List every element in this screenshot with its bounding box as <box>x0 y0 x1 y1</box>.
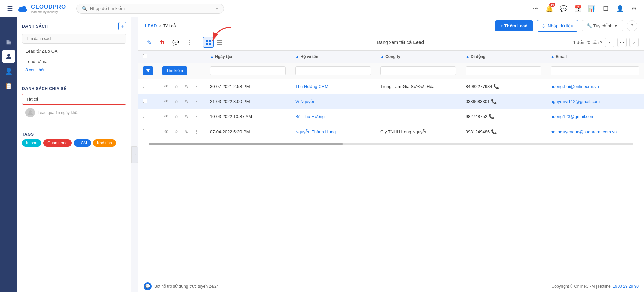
row4-name[interactable]: Nguyễn Thành Hưng <box>295 129 336 134</box>
search-name-input[interactable] <box>295 66 371 75</box>
add-lead-button[interactable]: + Thêm Lead <box>495 20 534 31</box>
page-prev-button[interactable]: ‹ <box>605 38 614 47</box>
row3-checkbox[interactable] <box>143 114 147 118</box>
row4-view-icon[interactable]: 👁 <box>162 128 170 136</box>
breadcrumb: LEAD > Tất cả <box>145 23 176 28</box>
row2-view-icon[interactable]: 👁 <box>162 97 170 105</box>
pagination-label: 1 đến 20 của ? <box>573 40 602 45</box>
search-input[interactable] <box>90 6 212 11</box>
tasks-icon[interactable]: ☐ <box>601 4 610 13</box>
see-more-link[interactable]: 3 xem thêm <box>22 68 126 72</box>
more-icon[interactable]: ⋮ <box>184 37 195 48</box>
filter-svg <box>146 68 150 73</box>
chat-icon[interactable]: 💬 <box>559 4 568 13</box>
search-check-cell <box>138 63 158 79</box>
search-dropdown-icon[interactable]: ▼ <box>215 6 219 11</box>
tag-kho-tinh[interactable]: Khó tính <box>93 139 116 147</box>
row1-view-icon[interactable]: 👁 <box>162 82 170 90</box>
search-phone-input[interactable] <box>466 66 541 75</box>
col-date-label: Ngày tạo <box>215 54 232 59</box>
add-icon[interactable]: ⤳ <box>531 4 540 13</box>
toolbar: ✎ 🗑 💬 ⋮ <box>138 34 644 51</box>
search-list-input[interactable] <box>22 34 126 44</box>
row1-checkbox[interactable] <box>143 84 147 88</box>
tag-import[interactable]: import <box>22 139 41 147</box>
row1-edit-icon[interactable]: ✎ <box>182 82 191 90</box>
import-button[interactable]: ⇩ Nhập dữ liệu <box>537 20 578 32</box>
row1-star-icon[interactable]: ☆ <box>172 82 180 90</box>
scroll-bar[interactable] <box>138 139 644 149</box>
tag-quan-trong[interactable]: Quan trọng <box>43 139 71 147</box>
row3-email[interactable]: huong123@gmail.com <box>551 114 594 119</box>
messenger-icon: 💬 <box>144 282 152 290</box>
settings-icon[interactable]: ⚙ <box>629 4 639 13</box>
row3-view-icon[interactable]: 👁 <box>162 112 170 120</box>
row2-phone-icon: 📞 <box>491 99 497 104</box>
row2-more-icon[interactable]: ⋮ <box>193 97 201 105</box>
row4-email[interactable]: hai.nguyenduc@sugarcrm.com.vn <box>551 129 617 134</box>
search-button[interactable]: Tìm kiếm <box>162 66 187 75</box>
customize-button[interactable]: 🔧 Tùy chỉnh ▼ <box>582 20 623 31</box>
row4-more-icon[interactable]: ⋮ <box>193 128 201 136</box>
row1-email[interactable]: huong.bui@onlinecrm.vn <box>551 84 599 89</box>
shared-item-menu-icon[interactable]: ⋮ <box>117 96 123 102</box>
row2-edit-icon[interactable]: ✎ <box>182 97 191 105</box>
search-company-input[interactable] <box>380 66 456 75</box>
grid-view-button[interactable] <box>203 37 214 48</box>
row2-email[interactable]: nguyenvi112@gmail.com <box>551 99 600 104</box>
sidebar-collapse-button[interactable]: ‹ <box>131 146 138 163</box>
search-date-cell <box>205 63 290 79</box>
col-company-header: ▲ Công ty <box>376 51 461 63</box>
table-row: 👁 ☆ ✎ ⋮ 30-07-2021 2:53 PM Thu Hường CRM… <box>138 79 644 94</box>
sidebar-item-zalo[interactable]: Lead từ Zalo OA <box>22 46 126 56</box>
comment-icon[interactable]: 💬 <box>170 37 181 48</box>
delete-icon[interactable]: 🗑 <box>157 37 168 48</box>
row1-more-icon[interactable]: ⋮ <box>193 82 201 90</box>
leads-nav-icon <box>5 53 12 60</box>
page-more-button[interactable]: ⋯ <box>617 38 627 47</box>
add-list-button[interactable]: + <box>118 22 126 30</box>
menu-icon[interactable]: ☰ <box>5 4 15 13</box>
breadcrumb-lead[interactable]: LEAD <box>145 23 157 28</box>
svg-rect-11 <box>217 42 222 43</box>
row2-star-icon[interactable]: ☆ <box>172 97 180 105</box>
row4-checkbox[interactable] <box>143 129 147 133</box>
row3-name[interactable]: Bùi Thu Hường <box>295 114 325 119</box>
search-date-input[interactable] <box>210 66 286 75</box>
row1-name[interactable]: Thu Hường CRM <box>295 84 328 89</box>
hotline-text[interactable]: 1900 29 29 90 <box>613 284 639 289</box>
edit-icon[interactable]: ✎ <box>144 37 154 48</box>
nav-contacts[interactable]: 👤 <box>2 64 15 78</box>
row3-edit-icon[interactable]: ✎ <box>182 112 191 120</box>
row1-company: Trung Tâm Gia Sư Đức Hòa <box>376 79 461 94</box>
row3-star-icon[interactable]: ☆ <box>172 112 180 120</box>
page-next-button[interactable]: › <box>629 38 639 47</box>
row4-edit-icon[interactable]: ✎ <box>182 128 191 136</box>
svg-rect-10 <box>217 40 222 41</box>
search-email-input[interactable] <box>551 66 639 75</box>
filter-icon[interactable] <box>143 66 153 75</box>
select-all-checkbox[interactable] <box>143 54 147 58</box>
list-view-button[interactable] <box>214 37 225 48</box>
row3-more-icon[interactable]: ⋮ <box>193 112 201 120</box>
search-bar[interactable]: 🔍 ▼ <box>76 4 224 14</box>
notification-icon[interactable]: 🔔 50 <box>545 4 554 13</box>
help-button[interactable]: ? <box>627 20 637 31</box>
sidebar-item-mail[interactable]: Lead từ mail <box>22 57 126 66</box>
user-icon[interactable]: 👤 <box>615 4 625 13</box>
row2-name[interactable]: Vi Nguyễn <box>295 99 316 104</box>
nav-reports[interactable]: 📋 <box>2 79 15 93</box>
nav-grid[interactable]: ▦ <box>2 35 15 48</box>
shared-item-old-leads[interactable]: Lead quá 15 ngày khô... <box>22 106 126 119</box>
row4-star-icon[interactable]: ☆ <box>172 128 180 136</box>
chart-icon[interactable]: 📊 <box>587 4 596 13</box>
nav-leads[interactable] <box>2 50 15 63</box>
cloud-icon <box>17 3 28 14</box>
nav-home[interactable]: ≡ <box>2 20 15 34</box>
svg-point-3 <box>18 8 27 12</box>
shared-item-tatca[interactable]: Tất cả ⋮ <box>22 94 126 105</box>
table-header-row: ▲ Ngày tạo ▲ Họ và tên ▲ Công ty <box>138 51 644 63</box>
calendar-icon[interactable]: 📅 <box>573 4 582 13</box>
tag-hcm[interactable]: HCM <box>74 139 91 147</box>
row2-checkbox[interactable] <box>143 99 147 103</box>
